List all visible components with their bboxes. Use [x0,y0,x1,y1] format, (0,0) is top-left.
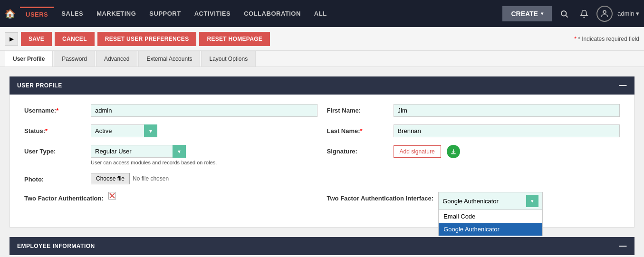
form-col-firstname: First Name: [327,104,620,117]
form-col-photo: Photo: Choose file No file chosen [24,173,317,184]
form-row-usertype-signature: User Type: Regular User ▾ User can acces… [24,145,620,165]
last-name-input-wrap [394,124,620,137]
minimize-employee-icon[interactable]: — [619,242,627,250]
form-col-signature: Signature: Add signature [327,145,620,158]
nav-item-all[interactable]: ALL [308,7,333,20]
form-row-status-lastname: Status:* Active ▾ Last Name:* [24,124,620,137]
home-icon[interactable]: 🏠 [5,9,15,19]
save-button[interactable]: SAVE [21,32,52,46]
form-col-username: Username:* [24,104,317,117]
nav-item-marketing[interactable]: MARKETING [91,7,142,20]
form-col-tfa-checkbox: Two Factor Authentication: [24,192,317,202]
search-icon[interactable] [557,6,572,21]
tab-user-profile[interactable]: User Profile [5,51,53,67]
create-dropdown-arrow: ▾ [541,11,543,16]
last-name-label: Last Name:* [327,124,389,134]
username-label: Username:* [24,104,86,114]
status-select[interactable]: Active [91,124,157,137]
top-navigation: 🏠 USERS SALES MARKETING SUPPORT ACTIVITI… [0,0,644,27]
user-profile-header: USER PROFILE — [10,76,634,95]
form-col-tfa-interface-dropdown: Two Factor Authentication Interface: Goo… [327,192,620,210]
main-content: USER PROFILE — Username:* First Name: [0,67,644,257]
user-profile-section: USER PROFILE — Username:* First Name: [10,76,634,228]
form-col-user-type: User Type: Regular User ▾ User can acces… [24,145,317,165]
tab-password[interactable]: Password [54,51,95,67]
nav-right-controls: CREATE ▾ admin ▾ [502,6,639,22]
no-file-label: No file chosen [133,175,169,182]
form-row-tfa: Two Factor Authentication: Two Factor Au… [24,192,620,210]
tabs-bar: User Profile Password Advanced External … [0,51,644,67]
status-label: Status:* [24,124,86,134]
reset-user-preferences-button[interactable]: RESET USER PREFERENCES [97,32,197,46]
username-input[interactable] [91,104,317,117]
tab-external-accounts[interactable]: External Accounts [138,51,200,67]
tfa-options-list: Email Code Google Authenicator [438,210,543,236]
form-col-status: Status:* Active ▾ [24,124,317,137]
user-type-dropdown[interactable]: Regular User ▾ [91,145,186,158]
svg-line-1 [566,15,567,17]
nav-item-collaboration[interactable]: COLLABORATION [238,7,307,20]
tfa-selected-value: Google Authenicator [442,198,499,205]
tfa-interface-dropdown[interactable]: Google Authenicator ▾ Email Code Google … [438,192,543,210]
action-bar: ▶ SAVE CANCEL RESET USER PREFERENCES RES… [0,27,644,51]
svg-point-0 [561,11,567,16]
download-signature-icon[interactable] [447,145,460,158]
first-name-input-wrap [394,104,620,117]
tfa-option-google-auth[interactable]: Google Authenicator [439,223,542,236]
nav-item-users[interactable]: USERS [20,7,54,21]
nav-item-activities[interactable]: ACTIVITIES [189,7,237,20]
form-row-username-firstname: Username:* First Name: [24,104,620,117]
cancel-button[interactable]: CANCEL [55,32,95,46]
tfa-checkbox[interactable] [108,192,116,200]
nav-item-sales[interactable]: SALES [56,7,89,20]
last-name-input[interactable] [394,124,620,137]
create-button[interactable]: CREATE ▾ [502,6,552,21]
notifications-icon[interactable] [577,6,592,21]
first-name-input[interactable] [394,104,620,117]
back-arrow[interactable]: ▶ [5,32,18,46]
tfa-option-email-code[interactable]: Email Code [439,210,542,223]
tfa-select-header[interactable]: Google Authenicator ▾ [438,192,543,210]
user-type-label: User Type: [24,145,86,155]
reset-homepage-button[interactable]: RESET HOMEPAGE [199,32,270,46]
photo-controls: Choose file No file chosen [91,173,169,184]
required-field-note: * * Indicates required field [574,36,639,42]
add-signature-button[interactable]: Add signature [394,145,441,158]
tfa-label: Two Factor Authentication: [24,192,104,202]
svg-point-2 [603,10,606,13]
photo-label: Photo: [24,173,86,183]
tab-layout-options[interactable]: Layout Options [201,51,256,67]
first-name-label: First Name: [327,104,389,114]
user-type-select[interactable]: Regular User [91,145,186,158]
user-avatar[interactable] [596,6,613,22]
employee-information-section: EMPLOYEE INFORMATION — [10,237,634,255]
status-select-wrap: Active ▾ [91,124,317,137]
signature-label: Signature: [327,145,389,155]
admin-menu[interactable]: admin ▾ [617,10,639,17]
user-type-note: User can access modules and records base… [91,160,317,165]
user-profile-form: Username:* First Name: Statu [10,95,634,228]
employee-information-header: EMPLOYEE INFORMATION — [10,237,634,255]
user-type-input-wrap: Regular User ▾ User can access modules a… [91,145,317,165]
nav-menu: USERS SALES MARKETING SUPPORT ACTIVITIES… [20,7,502,21]
form-col-lastname: Last Name:* [327,124,620,137]
minimize-user-profile-icon[interactable]: — [619,81,627,90]
form-row-photo: Photo: Choose file No file chosen [24,173,620,184]
status-dropdown[interactable]: Active ▾ [91,124,157,137]
tfa-interface-label: Two Factor Authentication Interface: [327,192,434,202]
signature-controls: Add signature [394,145,460,158]
tfa-dropdown-arrow-icon: ▾ [526,195,538,207]
tab-advanced[interactable]: Advanced [96,51,137,67]
nav-item-support[interactable]: SUPPORT [144,7,186,20]
username-input-wrap [91,104,317,117]
choose-file-button[interactable]: Choose file [91,173,130,184]
